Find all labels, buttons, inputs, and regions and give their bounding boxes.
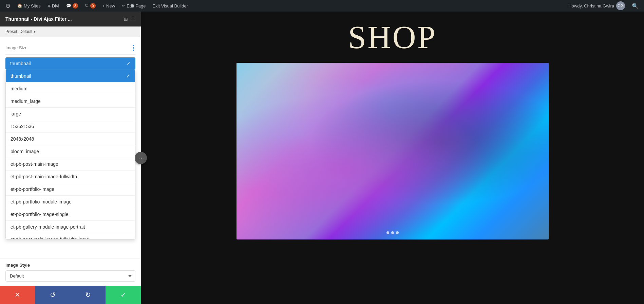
resize-icon: ↔ (138, 155, 143, 161)
resize-handle[interactable]: ↔ (135, 152, 147, 164)
my-sites-label: My Sites (24, 3, 41, 8)
wp-icon: ⊕ (5, 2, 11, 10)
panel-header: Thumbnail - Divi Ajax Filter ... ⊞ ⋮ (0, 12, 141, 26)
edit-page-item[interactable]: ✏ Edit Page (119, 0, 148, 12)
search-icon[interactable]: 🔍 (629, 3, 641, 9)
dropdown-option-et-pb-post-main-image[interactable]: et-pb-post-main-image (6, 158, 135, 171)
dropdown-option-et-pb-portfolio-image[interactable]: et-pb-portfolio-image (6, 183, 135, 196)
comments-icon: 💬 (66, 3, 71, 8)
expand-icon[interactable]: ⊞ (124, 16, 128, 22)
dropdown-option-medium[interactable]: medium (6, 83, 135, 95)
dropdown-option-medium-large[interactable]: medium_large (6, 95, 135, 108)
save-button[interactable]: ✓ (106, 286, 141, 304)
pencil-icon: ✏ (122, 3, 125, 8)
dropdown-option-1536x1536[interactable]: 1536x1536 (6, 120, 135, 133)
dropdown-option-et-pb-post-main-image-fullwidth[interactable]: et-pb-post-main-image-fullwidth (6, 171, 135, 183)
dropdown-option-et-pb-portfolio-module-image[interactable]: et-pb-portfolio-module-image (6, 196, 135, 208)
sidebar-panel: Thumbnail - Divi Ajax Filter ... ⊞ ⋮ Pre… (0, 12, 141, 304)
image-size-options-menu[interactable] (131, 43, 135, 52)
comment-icon: 🗨 (85, 3, 89, 8)
cancel-button[interactable]: ✕ (0, 286, 35, 304)
admin-bar-right: Howdy, Christina Gwira CG 🔍 (566, 1, 641, 10)
shop-title: SHOP (141, 12, 644, 63)
wp-logo-item[interactable]: ⊕ (3, 0, 13, 12)
divi-icon: ◈ (48, 3, 51, 8)
image-style-label: Image Style (5, 263, 135, 268)
pagination-dot-3[interactable] (396, 231, 399, 234)
main-layout: Thumbnail - Divi Ajax Filter ... ⊞ ⋮ Pre… (0, 12, 644, 304)
divi-item[interactable]: ◈ Divi (45, 0, 62, 12)
pagination-dot-1[interactable] (386, 231, 389, 234)
hero-image (236, 63, 549, 239)
dropdown-option-thumbnail[interactable]: thumbnail ✓ (6, 70, 135, 83)
image-style-select[interactable]: Default Circle Rounded Flat (5, 270, 135, 282)
option-check-icon: ✓ (126, 73, 130, 79)
undo-icon: ↺ (50, 291, 56, 299)
dropdown-list[interactable]: thumbnail ✓ medium medium_large large 15… (5, 70, 135, 239)
image-size-section-label: Image Size (5, 45, 131, 50)
howdy-section: Howdy, Christina Gwira CG (566, 1, 628, 10)
new-item[interactable]: + New (100, 0, 118, 12)
plus-icon: + (102, 3, 105, 8)
exit-builder-item[interactable]: Exit Visual Builder (150, 0, 191, 12)
exit-builder-label: Exit Visual Builder (153, 3, 188, 8)
image-style-section: Image Style Default Circle Rounded Flat (0, 258, 141, 286)
panel-header-icons: ⊞ ⋮ (124, 16, 135, 22)
preset-bar[interactable]: Preset: Default ▾ (0, 26, 141, 37)
divi-label: Divi (52, 3, 59, 8)
content-area: SHOP (141, 12, 644, 304)
dropdown-option-et-pb-gallery-module-image-portrait[interactable]: et-pb-gallery-module-image-portrait (6, 221, 135, 233)
image-size-dropdown[interactable]: thumbnail ✓ thumbnail ✓ medium medium_la… (5, 57, 135, 70)
panel-title: Thumbnail - Divi Ajax Filter ... (5, 16, 72, 22)
preset-arrow-icon[interactable]: ▾ (34, 29, 36, 34)
cancel-icon: ✕ (15, 291, 20, 299)
preset-label: Preset: Default (5, 29, 32, 34)
dropdown-option-bloom-image[interactable]: bloom_image (6, 145, 135, 158)
comments-zero-badge: 0 (90, 3, 96, 8)
more-options-icon[interactable]: ⋮ (131, 16, 135, 22)
avatar: CG (616, 1, 625, 10)
checkmark-icon: ✓ (127, 61, 131, 66)
image-overlay (236, 63, 549, 239)
dropdown-option-et-pb-portfolio-image-single[interactable]: et-pb-portfolio-image-single (6, 208, 135, 221)
redo-icon: ↻ (85, 291, 91, 299)
edit-page-label: Edit Page (127, 3, 146, 8)
save-icon: ✓ (120, 291, 126, 299)
sites-icon: 🏠 (17, 3, 22, 8)
panel-content: Image Size thumbnail ✓ thumbnail (0, 37, 141, 258)
image-pagination-dots[interactable] (386, 231, 399, 234)
comments-badge: 3 (73, 3, 78, 8)
dropdown-selected-item[interactable]: thumbnail ✓ (5, 57, 135, 70)
comments-item[interactable]: 💬 3 (63, 0, 81, 12)
dropdown-option-et-pb-post-main-image-fullwidth-large[interactable]: et-pb-post-main-image-fullwidth-large (6, 233, 135, 239)
dropdown-option-large[interactable]: large (6, 108, 135, 120)
dropdown-option-2048x2048[interactable]: 2048x2048 (6, 133, 135, 145)
my-sites-item[interactable]: 🏠 My Sites (15, 0, 43, 12)
dropdown-selected-label: thumbnail (10, 61, 31, 66)
redo-button[interactable]: ↻ (71, 286, 106, 304)
pagination-dot-2[interactable] (391, 231, 394, 234)
new-label: New (106, 3, 115, 8)
admin-bar: ⊕ 🏠 My Sites ◈ Divi 💬 3 🗨 0 + New ✏ Edit… (0, 0, 644, 12)
comments-zero-item[interactable]: 🗨 0 (82, 0, 98, 12)
undo-button[interactable]: ↺ (35, 286, 71, 304)
action-bar: ✕ ↺ ↻ ✓ (0, 286, 141, 304)
howdy-label: Howdy, Christina Gwira (568, 3, 614, 8)
